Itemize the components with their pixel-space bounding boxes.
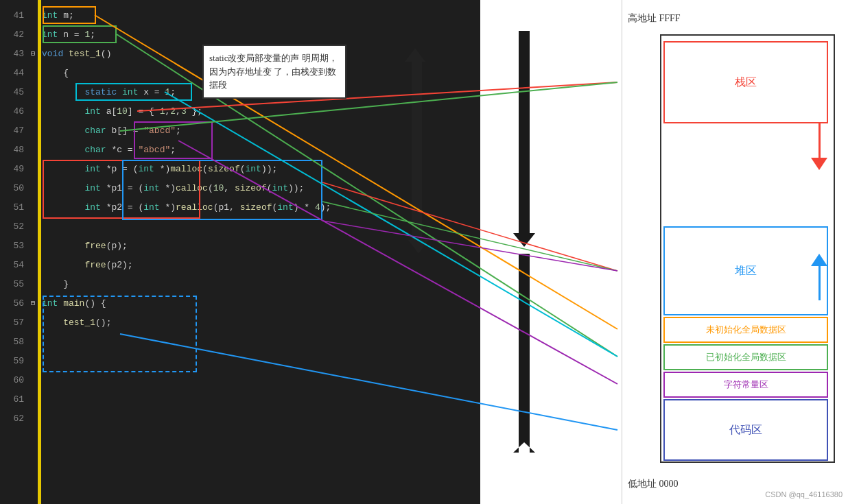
highlight-int-n <box>43 25 117 43</box>
code-line-62: 62 <box>0 409 480 428</box>
highlight-int-m <box>43 6 96 24</box>
mem-uninit-region: 未初始化全局数据区 <box>663 317 828 343</box>
highlight-malloc-args <box>122 160 322 220</box>
mem-init-region: 已初始化全局数据区 <box>663 344 828 370</box>
mem-code-region: 代码区 <box>663 399 828 461</box>
annotation-text: static改变局部变量的声 明周期，因为内存地址变 了，由栈变到数据段 <box>209 53 338 90</box>
highlight-string-const <box>134 121 213 159</box>
highlight-static-int <box>75 83 192 101</box>
mem-strconst-region: 字符常量区 <box>663 372 828 398</box>
code-panel: 41 int m; 42 int n = 1; 43 ⊟ void test_1… <box>0 0 480 504</box>
annotation-box: static改变局部变量的声 明周期，因为内存地址变 了，由栈变到数据段 <box>202 45 346 99</box>
svg-marker-2 <box>513 31 535 247</box>
memory-panel: 高地址 FFFF 栈区 堆区 未初始化全局数据区 <box>622 0 848 504</box>
svg-marker-3 <box>513 254 535 453</box>
code-line-60: 60 <box>0 370 480 389</box>
mem-bottom-label: 低地址 0000 <box>628 478 679 490</box>
code-line-53: 53 free(p); <box>0 236 480 255</box>
code-line-48: 48 char *c = "abcd"; <box>0 140 480 159</box>
stack-down-arrow <box>811 123 827 170</box>
code-line-61: 61 <box>0 389 480 409</box>
mem-stack-region: 栈区 <box>663 41 828 123</box>
code-line-46: 46 int a[10] = { 1,2,3 }; <box>0 101 480 121</box>
highlight-main-func <box>43 296 197 372</box>
mem-top-label: 高地址 FFFF <box>628 12 681 25</box>
mem-heap-region: 堆区 <box>663 226 828 315</box>
main-container: 41 int m; 42 int n = 1; 43 ⊟ void test_1… <box>0 0 848 504</box>
code-line-55: 55 } <box>0 274 480 293</box>
watermark: CSDN @qq_46116380 <box>765 490 843 499</box>
code-line-47: 47 char b[] = "abcd"; <box>0 121 480 140</box>
code-line-54: 54 free(p2); <box>0 255 480 274</box>
